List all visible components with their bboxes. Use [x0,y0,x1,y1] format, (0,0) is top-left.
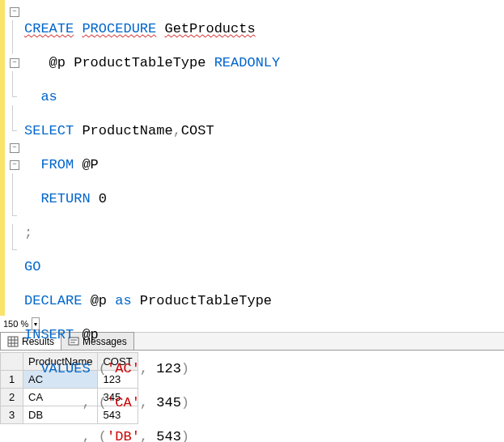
punct: , ( [82,429,107,442]
number-literal: 123 [156,361,181,376]
row-number[interactable]: 3 [1,406,23,424]
keyword: as [115,293,131,308]
keyword: as [40,89,57,104]
variable: @p [49,55,66,70]
keyword: READONLY [214,55,281,70]
keyword: CREATE [24,21,74,36]
punct: ) [181,395,189,410]
type-name: ProductTableType [74,55,205,70]
punct: ) [181,429,189,442]
keyword: DECLARE [24,293,82,308]
literal: 0 [99,191,107,206]
fold-toggle-icon[interactable]: − [10,58,19,68]
punct: , [140,395,148,410]
variable: @p [91,293,107,308]
string-literal: 'DB' [107,429,140,442]
svg-rect-0 [8,337,18,346]
string-literal: 'CA' [107,395,140,410]
punct: , [140,429,148,442]
column: ProductName [82,123,172,138]
corner-cell [1,353,23,371]
row-number[interactable]: 1 [1,371,23,389]
identifier: GetProducts [164,21,255,36]
keyword: FROM [40,157,74,172]
fold-toggle-icon[interactable]: − [10,143,19,153]
keyword: VALUES [40,361,90,376]
column: COST [181,123,214,138]
number-literal: 345 [156,395,181,410]
punct: ( [99,361,107,376]
keyword: GO [24,259,40,274]
string-literal: 'AC' [107,361,140,376]
fold-toggle-icon[interactable]: − [10,160,19,170]
punct: ; [24,225,32,240]
punct: , [140,361,148,376]
number-literal: 543 [156,429,181,442]
punct: ) [181,361,189,376]
type-name: ProductTableType [140,293,272,308]
code-text[interactable]: CREATE PROCEDURE GetProducts @p ProductT… [24,0,504,316]
punct: , [173,123,181,138]
fold-toggle-icon[interactable]: − [10,7,19,17]
keyword: INSERT [24,327,74,342]
grid-icon [7,336,19,347]
fold-gutter: − − − − [5,0,24,316]
variable: @p [82,327,98,342]
keyword: PROCEDURE [82,21,156,36]
sql-editor[interactable]: − − − − CREATE PROCEDURE GetProducts @p … [0,0,504,316]
variable: @P [82,157,98,172]
row-number[interactable]: 2 [1,389,23,406]
keyword: SELECT [24,123,74,138]
punct: , ( [82,395,107,410]
keyword: RETURN [40,191,90,206]
